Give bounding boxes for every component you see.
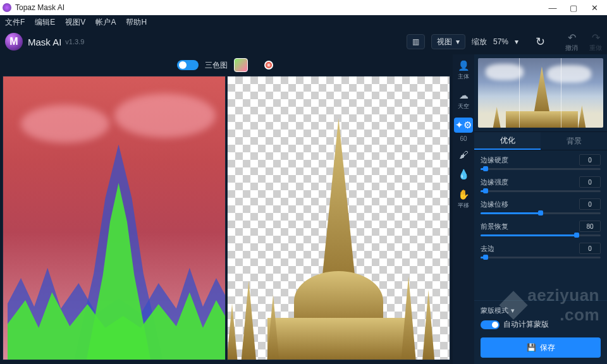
slider-1[interactable]: 边缘强度0 xyxy=(481,176,601,192)
save-button[interactable]: 💾 保存 xyxy=(481,337,601,358)
window-close-button[interactable]: ✕ xyxy=(584,1,604,15)
app-header: M Mask AI v1.3.9 ▥ 视图 ▾ 缩放 57% ▾ ↻ ↶撤消 ↷… xyxy=(0,29,607,54)
product-name: Mask AI xyxy=(28,37,61,47)
cloud-icon: ☁ xyxy=(459,90,469,101)
tool-sky[interactable]: ☁天空 xyxy=(454,88,473,112)
chevron-down-icon: ▾ xyxy=(456,37,460,46)
redo-icon: ↷ xyxy=(592,32,600,44)
slider-track[interactable] xyxy=(481,234,601,236)
tool-eyedropper[interactable]: 💧 xyxy=(454,167,473,182)
right-panel: 优化 背景 边缘硬度0边缘强度0边缘位移0前景恢复80去边0 蒙版模式 ▾ 自动… xyxy=(474,54,607,364)
tab-background[interactable]: 背景 xyxy=(541,132,607,150)
wand-icon: ✦⚙ xyxy=(455,119,472,131)
chevron-down-icon[interactable]: ▾ xyxy=(515,37,518,46)
preview-thumbnail[interactable] xyxy=(474,54,607,131)
tab-refine[interactable]: 优化 xyxy=(474,132,541,150)
slider-label: 前景恢复 xyxy=(481,222,508,231)
slider-4[interactable]: 去边0 xyxy=(481,243,601,258)
slider-0[interactable]: 边缘硬度0 xyxy=(481,154,601,170)
menu-file[interactable]: 文件F xyxy=(5,17,25,28)
window-maximize-button[interactable]: ▢ xyxy=(563,1,584,15)
window-titlebar: Topaz Mask AI — ▢ ✕ xyxy=(0,0,607,15)
slider-label: 边缘硬度 xyxy=(481,155,508,165)
slider-label: 去边 xyxy=(481,244,494,253)
tool-subject[interactable]: 👤主体 xyxy=(454,58,473,83)
reset-button[interactable]: ↻ xyxy=(531,33,549,51)
trimap-viewport[interactable] xyxy=(3,76,226,360)
slider-track[interactable] xyxy=(481,257,601,258)
slider-track[interactable] xyxy=(481,190,601,192)
layout-split-button[interactable]: ▥ xyxy=(407,34,425,49)
chevron-down-icon[interactable]: ▾ xyxy=(511,306,515,315)
result-viewport[interactable] xyxy=(227,76,450,360)
undo-button[interactable]: ↶撤消 xyxy=(565,32,578,52)
product-logo-icon: M xyxy=(5,33,23,51)
window-title: Topaz Mask AI xyxy=(15,3,64,12)
save-icon: 💾 xyxy=(527,343,536,352)
menu-edit[interactable]: 编辑E xyxy=(35,17,55,28)
trimap-toggle[interactable] xyxy=(177,60,199,70)
tool-pan[interactable]: ✋平移 xyxy=(454,187,473,212)
slider-value[interactable]: 0 xyxy=(579,176,601,188)
auto-mask-toggle[interactable]: 自动计算蒙版 xyxy=(481,319,601,330)
canvas-toolbar: 三色图 xyxy=(3,54,450,76)
brush-size: 60 xyxy=(460,135,467,142)
slider-track[interactable] xyxy=(481,212,601,214)
redo-button[interactable]: ↷重做 xyxy=(589,32,602,52)
menubar: 文件F 编辑E 视图V 帐户A 帮助H xyxy=(0,15,607,29)
eyedropper-icon: 💧 xyxy=(458,169,470,180)
product-version: v1.3.9 xyxy=(65,38,84,46)
slider-track[interactable] xyxy=(481,168,601,170)
slider-label: 边缘强度 xyxy=(481,178,508,187)
mask-mode-label: 蒙版模式 ▾ xyxy=(481,306,601,315)
view-dropdown[interactable]: 视图 ▾ xyxy=(431,34,465,49)
tool-brush[interactable]: 🖌 xyxy=(454,147,473,162)
slider-3[interactable]: 前景恢复80 xyxy=(481,221,601,236)
zoom-label: 缩放 xyxy=(472,37,487,47)
slider-value[interactable]: 0 xyxy=(579,154,601,166)
app-logo-icon xyxy=(3,3,11,12)
menu-help[interactable]: 帮助H xyxy=(126,17,147,28)
slider-value[interactable]: 0 xyxy=(579,198,601,210)
hand-icon: ✋ xyxy=(458,189,470,200)
person-icon: 👤 xyxy=(458,60,470,71)
tool-ai-brush[interactable]: ✦⚙ xyxy=(454,118,473,133)
trimap-label: 三色图 xyxy=(205,60,228,71)
mask-preview-icon[interactable] xyxy=(262,58,276,72)
window-minimize-button[interactable]: — xyxy=(543,1,563,15)
menu-account[interactable]: 帐户A xyxy=(95,17,116,28)
slider-label: 边缘位移 xyxy=(481,200,508,209)
menu-view[interactable]: 视图V xyxy=(65,17,85,28)
trimap-overlay-icon[interactable] xyxy=(234,58,248,72)
slider-value[interactable]: 80 xyxy=(579,221,601,232)
tool-strip: 👤主体 ☁天空 ✦⚙ 60 🖌 💧 ✋平移 xyxy=(453,54,474,364)
slider-2[interactable]: 边缘位移0 xyxy=(481,198,601,214)
zoom-value[interactable]: 57% xyxy=(493,37,508,46)
slider-value[interactable]: 0 xyxy=(579,243,601,254)
auto-mask-label: 自动计算蒙版 xyxy=(503,319,549,330)
undo-icon: ↶ xyxy=(568,32,576,44)
brush-icon: 🖌 xyxy=(459,149,469,160)
